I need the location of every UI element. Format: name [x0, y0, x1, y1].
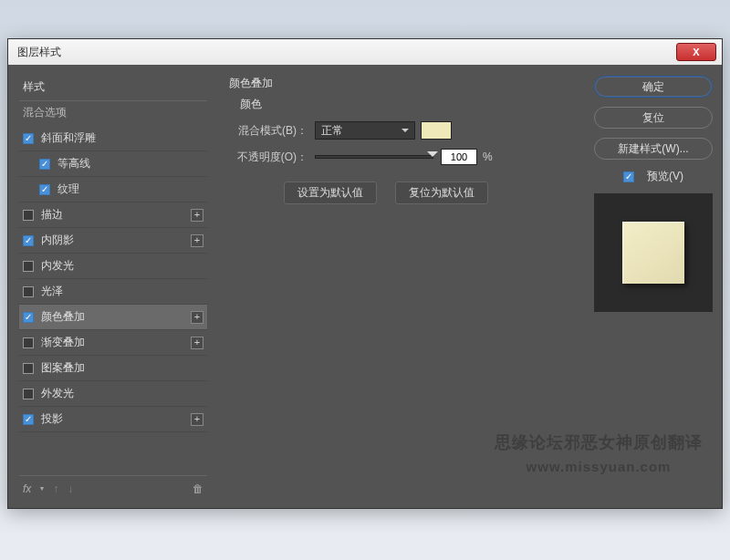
style-item-label: 内阴影	[41, 233, 74, 248]
style-item-label: 描边	[41, 207, 63, 223]
chevron-down-icon[interactable]: ▾	[40, 484, 44, 493]
add-effect-icon[interactable]: +	[191, 337, 203, 349]
style-checkbox[interactable]	[23, 210, 34, 221]
style-checkbox[interactable]	[39, 159, 50, 170]
arrow-up-icon[interactable]: ↑	[53, 482, 58, 495]
style-item[interactable]: 颜色叠加+	[19, 305, 207, 330]
style-item[interactable]: 内发光	[19, 254, 207, 279]
style-item[interactable]: 斜面和浮雕	[19, 126, 207, 151]
style-checkbox[interactable]	[23, 312, 34, 323]
opacity-row: 不透明度(O)： %	[229, 149, 570, 165]
blend-mode-row: 混合模式(B)： 正常	[229, 121, 570, 140]
opacity-slider[interactable]	[315, 155, 433, 159]
style-item[interactable]: 渐变叠加+	[19, 330, 207, 356]
style-checkbox[interactable]	[23, 235, 34, 246]
style-item-label: 外发光	[41, 386, 74, 401]
style-item-label: 投影	[41, 411, 63, 427]
style-item-label: 渐变叠加	[41, 335, 85, 350]
style-checkbox[interactable]	[23, 286, 34, 297]
sidebar-footer: fx ▾ ↑ ↓ 🗑	[19, 475, 207, 501]
opacity-label: 不透明度(O)：	[229, 150, 308, 165]
opacity-input[interactable]	[441, 149, 477, 165]
arrow-down-icon[interactable]: ↓	[68, 482, 73, 495]
preview-thumbnail	[622, 222, 684, 284]
style-item[interactable]: 纹理	[19, 177, 207, 202]
blend-mode-select[interactable]: 正常	[315, 121, 415, 140]
preview-label: 预览(V)	[647, 169, 683, 184]
fx-icon[interactable]: fx	[23, 482, 31, 495]
style-checkbox[interactable]	[23, 133, 34, 144]
style-item-label: 图案叠加	[41, 360, 85, 376]
style-item[interactable]: 投影+	[19, 407, 207, 432]
cancel-button[interactable]: 复位	[594, 107, 713, 129]
style-item-label: 纹理	[57, 181, 79, 197]
style-checkbox[interactable]	[23, 337, 34, 348]
preview-toggle[interactable]: 预览(V)	[623, 169, 683, 184]
style-checkbox[interactable]	[23, 414, 34, 425]
blend-mode-value: 正常	[321, 123, 343, 139]
watermark-url: www.missyuan.com	[495, 456, 703, 478]
add-effect-icon[interactable]: +	[191, 209, 203, 222]
ok-button[interactable]: 确定	[594, 76, 713, 98]
titlebar[interactable]: 图层样式 X	[8, 39, 722, 65]
style-item[interactable]: 外发光	[19, 381, 207, 407]
watermark-line1: 思缘论坛邪恶女神原创翻译	[495, 430, 703, 456]
color-swatch[interactable]	[421, 121, 452, 140]
close-button[interactable]: X	[676, 43, 716, 61]
watermark: 思缘论坛邪恶女神原创翻译 www.missyuan.com	[495, 430, 703, 478]
style-item[interactable]: 内阴影+	[19, 228, 207, 254]
style-checkbox[interactable]	[39, 184, 50, 195]
new-style-button[interactable]: 新建样式(W)...	[594, 138, 713, 160]
color-section-label: 颜色	[240, 97, 570, 112]
sidebar-styles-header[interactable]: 样式	[19, 76, 207, 100]
add-effect-icon[interactable]: +	[191, 413, 203, 426]
slider-thumb-icon[interactable]	[427, 151, 438, 162]
default-buttons-row: 设置为默认值 复位为默认值	[284, 181, 570, 204]
style-list: 斜面和浮雕等高线纹理描边+内阴影+内发光光泽颜色叠加+渐变叠加+图案叠加外发光投…	[19, 126, 207, 475]
panel-title: 颜色叠加	[229, 76, 570, 91]
style-item-label: 等高线	[57, 156, 90, 171]
style-checkbox[interactable]	[23, 261, 34, 272]
style-item[interactable]: 等高线	[19, 151, 207, 177]
style-checkbox[interactable]	[23, 363, 34, 374]
sidebar-blend-options[interactable]: 混合选项	[19, 100, 207, 126]
blend-mode-label: 混合模式(B)：	[229, 123, 308, 139]
style-item[interactable]: 图案叠加	[19, 356, 207, 381]
style-item[interactable]: 描边+	[19, 202, 207, 228]
preview-box	[594, 193, 713, 312]
opacity-unit: %	[483, 150, 493, 163]
trash-icon[interactable]: 🗑	[193, 482, 203, 495]
style-item-label: 内发光	[41, 258, 74, 274]
set-default-button[interactable]: 设置为默认值	[284, 181, 377, 204]
add-effect-icon[interactable]: +	[191, 234, 203, 247]
close-icon: X	[693, 47, 699, 57]
window-title: 图层样式	[17, 45, 676, 60]
style-item-label: 颜色叠加	[41, 309, 85, 325]
style-item-label: 光泽	[41, 284, 63, 299]
style-item[interactable]: 光泽	[19, 279, 207, 305]
style-item-label: 斜面和浮雕	[41, 130, 96, 146]
style-checkbox[interactable]	[23, 389, 34, 399]
add-effect-icon[interactable]: +	[191, 311, 203, 324]
preview-checkbox[interactable]	[623, 171, 634, 182]
reset-default-button[interactable]: 复位为默认值	[395, 181, 488, 204]
sidebar: 样式 混合选项 斜面和浮雕等高线纹理描边+内阴影+内发光光泽颜色叠加+渐变叠加+…	[8, 65, 214, 508]
